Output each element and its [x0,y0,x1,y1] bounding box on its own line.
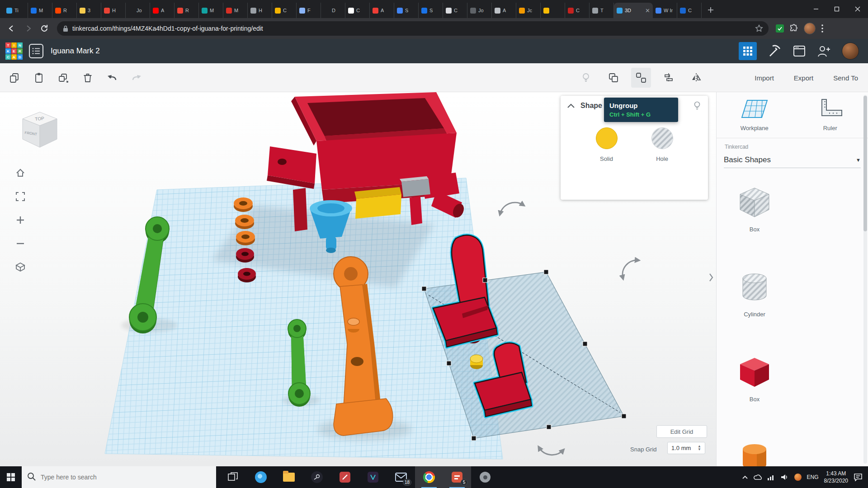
browser-tab[interactable]: 3 [77,3,101,18]
sidebar-collapse-handle[interactable] [707,269,715,286]
steam-app[interactable] [303,466,331,488]
import-button[interactable]: Import [755,74,774,82]
back-button[interactable] [5,21,19,36]
undo-button[interactable] [102,68,122,88]
workplane-tool[interactable]: Workplane [717,98,793,131]
dashboard-grid-button[interactable] [739,42,757,60]
tab-close-icon[interactable]: ✕ [645,8,650,14]
shape-item-box-hole[interactable]: Box [717,176,793,261]
edit-grid-button[interactable]: Edit Grid [656,425,707,438]
browser-tab[interactable]: H [248,3,272,18]
browser-profile-avatar[interactable] [804,23,816,34]
browser-tab[interactable]: A [370,3,394,18]
browser-tab[interactable]: M [28,3,52,18]
show-all-button[interactable] [576,68,596,88]
browser-tab[interactable]: C [272,3,297,18]
zoom-in-button[interactable] [12,211,29,229]
tinkercad-logo[interactable]: TINKERCAD [5,42,23,60]
browser-tab[interactable]: C [345,3,370,18]
cloud-icon[interactable] [754,474,762,480]
mail-app[interactable]: 18 [387,466,415,488]
tray-app-icon[interactable] [794,474,802,481]
redo-button[interactable] [127,68,146,88]
browser-tab[interactable]: A [150,3,175,18]
search-input[interactable] [22,466,216,488]
browser-tab[interactable]: M [199,3,223,18]
browser-menu-icon[interactable] [821,24,824,33]
address-bar[interactable]: tinkercad.com/things/4MZ4Ka4hDd1-copy-of… [57,21,769,36]
fit-view-button[interactable] [12,188,29,205]
browser-tab-active[interactable]: 3D✕ [614,3,653,18]
design-title[interactable]: Iguana Mark 2 [51,47,100,56]
volume-icon[interactable] [781,474,789,480]
shape-item-box[interactable]: Box [717,346,793,431]
new-tab-button[interactable] [704,4,717,16]
edge-app[interactable] [247,466,275,488]
minimize-button[interactable] [806,0,826,18]
export-button[interactable]: Export [794,74,813,82]
browser-tab[interactable]: D [321,3,345,18]
browser-tab[interactable]: T [590,3,614,18]
ungroup-button[interactable] [631,68,651,88]
browser-tab[interactable]: Ti [4,3,28,18]
model-yellow-peg[interactable] [470,355,483,369]
action-center-icon[interactable] [854,473,863,481]
shape-item-cylinder[interactable]: Cylinder [717,431,793,466]
browser-tab[interactable]: C [565,3,590,18]
browser-tab[interactable]: Jo [126,3,150,18]
extensions-puzzle-icon[interactable] [789,24,798,33]
perspective-toggle-button[interactable] [12,258,29,276]
taskbar-search[interactable] [22,466,216,488]
language-indicator[interactable]: ENG [807,474,819,480]
browser-tab[interactable]: W Ir [653,3,677,18]
start-button[interactable] [0,466,22,488]
browser-tab[interactable] [541,3,565,18]
ruler-tool[interactable]: Ruler [793,98,868,131]
collapse-chevron-icon[interactable] [567,103,575,109]
scrollbar-thumb[interactable] [863,96,867,231]
classes-tablet-icon[interactable] [792,44,807,58]
checkbox-extension-icon[interactable] [776,24,784,33]
main-menu-button[interactable] [29,44,43,58]
snap-grid-select[interactable]: 1.0 mm ▲▼ [667,442,705,454]
minecraft-pickaxe-icon[interactable] [767,43,782,59]
browser-tab[interactable]: S [394,3,419,18]
browser-tab[interactable]: F [297,3,321,18]
copy-button[interactable] [5,68,24,88]
browser-tab[interactable]: H [101,3,126,18]
bookmark-star-icon[interactable] [755,24,763,33]
browser-tab[interactable]: R [52,3,77,18]
visibility-bulb-icon[interactable] [693,101,702,111]
view-cube[interactable]: TOP FRONT [17,108,62,153]
rotate-handle-bottom[interactable] [539,447,563,455]
hole-option[interactable]: Hole [651,127,673,162]
rotate-handle-top[interactable] [500,202,524,214]
f-app[interactable]: 5 [443,466,471,488]
maximize-button[interactable] [826,0,847,18]
chrome-app[interactable] [415,466,443,488]
browser-tab[interactable]: S [419,3,443,18]
browser-tab[interactable]: C [677,3,702,18]
mirror-button[interactable] [686,68,706,88]
viewport-canvas[interactable]: TOP FRONT [0,92,716,466]
send-to-button[interactable]: Send To [833,74,858,82]
gray-circle-app[interactable] [471,466,499,488]
home-view-button[interactable] [12,164,29,182]
refresh-button[interactable] [37,21,52,36]
group-button[interactable] [604,68,623,88]
paste-button[interactable] [29,68,49,88]
sidebar-scrollbar[interactable] [863,95,867,464]
task-view-button[interactable] [219,466,247,488]
browser-tab[interactable]: M [223,3,248,18]
browser-tab[interactable]: Jo [467,3,492,18]
model-orange-washers[interactable] [234,197,255,245]
rotate-handle-right[interactable] [623,260,638,278]
network-icon[interactable] [767,474,775,480]
viewcube-top-label[interactable]: TOP [35,116,45,122]
forward-button[interactable] [21,21,35,36]
browser-tab[interactable]: C [443,3,467,18]
red-store-app[interactable] [331,466,359,488]
taskbar-clock[interactable]: 1:43 AM 8/23/2020 [824,470,848,484]
spinner-carets-icon[interactable]: ▲▼ [698,445,701,451]
invite-person-icon[interactable] [816,44,832,58]
